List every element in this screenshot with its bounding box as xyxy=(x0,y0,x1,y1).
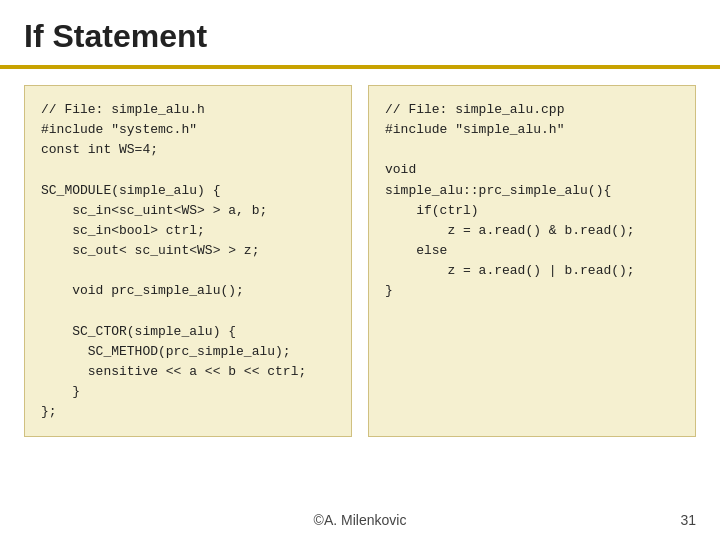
gold-divider xyxy=(0,65,720,69)
left-code-box: // File: simple_alu.h #include "systemc.… xyxy=(24,85,352,437)
footer-page: 31 xyxy=(680,512,696,528)
content-area: // File: simple_alu.h #include "systemc.… xyxy=(0,85,720,437)
page-title: If Statement xyxy=(0,0,720,65)
footer-copyright: ©A. Milenkovic xyxy=(314,512,407,528)
right-code-box: // File: simple_alu.cpp #include "simple… xyxy=(368,85,696,437)
